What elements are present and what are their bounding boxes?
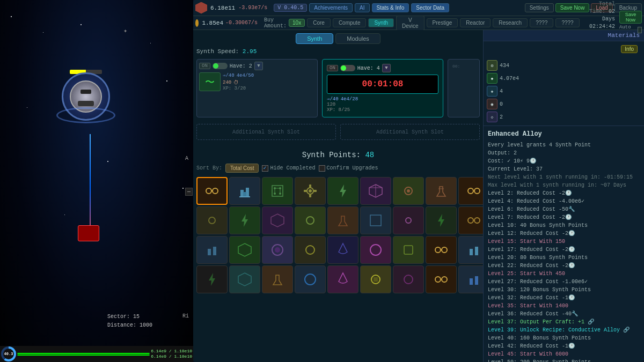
synth-panel: Synth Modules Synth Speed: 2.95 ON Have:… (193, 30, 483, 362)
collapse-button[interactable]: — (185, 188, 193, 196)
svg-point-54 (305, 274, 316, 285)
icon-purple-1[interactable] (262, 236, 293, 264)
slot-2-timer: 120 (327, 102, 438, 107)
icon-chain-4[interactable] (426, 236, 457, 264)
svg-point-30 (209, 217, 215, 224)
distance-label: Distance: 1000 (107, 321, 152, 330)
slot-2-on-badge: ON (327, 65, 338, 71)
svg-rect-50 (470, 249, 473, 255)
icon-blue-2[interactable] (295, 265, 326, 293)
hide-completed-checkbox[interactable] (262, 165, 268, 172)
level-value: 40.3 (3, 349, 14, 359)
icon-teal-1[interactable] (229, 265, 260, 293)
svg-point-29 (474, 188, 480, 194)
icon-olive-1[interactable] (393, 236, 424, 264)
icon-city-4[interactable] (458, 265, 483, 293)
icon-chain-1[interactable] (196, 177, 228, 205)
icon-chain-5[interactable] (426, 265, 457, 293)
slot-2-row2: ⇒/40 4e4/28 (327, 96, 438, 102)
star (80, 24, 82, 25)
main-content: Synth Modules Synth Speed: 2.95 ON Have:… (193, 30, 644, 362)
star (107, 161, 108, 162)
ship-eye (80, 90, 91, 94)
icon-violet-1[interactable] (360, 236, 391, 264)
svg-rect-19 (304, 190, 307, 192)
weapon-item (78, 225, 99, 241)
a-label: A (185, 156, 188, 161)
icon-gear-3[interactable] (393, 206, 424, 234)
bottom-status-bar: 40.3 6.14e9 / 1.10e10 6.14e9 / 1.10e10 (0, 346, 193, 362)
ri-label: Ri (182, 313, 189, 319)
svg-rect-39 (208, 249, 211, 255)
icon-yellow-1[interactable] (360, 265, 391, 293)
svg-point-47 (435, 247, 441, 253)
icon-city-1[interactable] (229, 177, 260, 205)
slot-2-toggle[interactable] (340, 65, 355, 71)
svg-marker-21 (340, 184, 346, 197)
icon-chain-2[interactable] (458, 177, 483, 205)
star (64, 215, 65, 215)
svg-rect-56 (374, 277, 378, 282)
confirm-upgrades-checkbox[interactable] (319, 165, 325, 172)
svg-rect-7 (272, 186, 283, 196)
icon-lightning-2[interactable] (229, 206, 260, 234)
icon-gear-1[interactable] (295, 177, 326, 205)
health-bar-2 (17, 354, 150, 356)
synth-slots: ON Have: 2 ▼ 〜 ⇒/40 (196, 59, 480, 117)
synth-slot-2: ON Have: 4 ▼ 00:01:08 ⇒/40 4e4/28 (322, 59, 443, 117)
icon-cube-2[interactable] (262, 206, 293, 234)
icon-purple-2[interactable] (393, 265, 424, 293)
svg-rect-34 (370, 215, 381, 226)
icon-circuit-2[interactable] (360, 206, 391, 234)
player-ship (54, 64, 118, 129)
slot-2-countdown: 00:01:08 (327, 75, 438, 94)
svg-rect-46 (404, 246, 413, 254)
icon-lightning-3[interactable] (426, 206, 457, 234)
svg-rect-5 (243, 192, 246, 196)
svg-point-33 (306, 217, 314, 224)
icon-flask-1[interactable] (426, 177, 457, 205)
star (11, 16, 12, 17)
star (27, 107, 27, 108)
svg-rect-51 (475, 247, 478, 255)
icon-gold-1[interactable] (295, 236, 326, 264)
slot-2-stat1: ⇒/40 (327, 96, 339, 102)
slot-2-expand[interactable]: ▼ (382, 64, 391, 72)
icon-gear-2[interactable] (196, 206, 228, 234)
icon-magenta-1[interactable] (327, 265, 358, 293)
svg-point-35 (406, 218, 411, 223)
svg-rect-60 (470, 278, 473, 285)
svg-rect-6 (239, 196, 250, 197)
svg-point-43 (275, 247, 280, 253)
svg-point-26 (407, 189, 410, 193)
icon-cube-1[interactable] (360, 177, 391, 205)
right-panel: 6.18e11 -3.93e7/s V 0.40.5 Achievements … (193, 0, 644, 362)
icon-flask-2[interactable] (327, 206, 358, 234)
icon-blue-1[interactable] (327, 236, 358, 264)
icon-cogwheel-1[interactable] (393, 177, 424, 205)
icon-lightning-1[interactable] (327, 177, 358, 205)
svg-marker-31 (241, 214, 248, 227)
icon-circuit-1[interactable] (262, 177, 293, 205)
icon-dark-1[interactable] (196, 265, 228, 293)
icon-chain-3[interactable] (458, 206, 483, 234)
svg-point-58 (435, 277, 441, 282)
svg-point-0 (206, 188, 211, 194)
health-values: 6.14e9 / 1.10e10 6.14e9 / 1.10e10 (151, 349, 192, 360)
svg-point-48 (442, 247, 447, 253)
icon-flask-3[interactable] (262, 265, 293, 293)
icon-city-3[interactable] (458, 236, 483, 264)
svg-rect-40 (213, 247, 216, 255)
slot-2-have-text: Have: 4 (357, 65, 380, 71)
icon-city-2[interactable] (196, 236, 228, 264)
ship-face (78, 101, 94, 106)
svg-rect-61 (475, 276, 478, 285)
space-background: ✦ A Ri — (0, 0, 193, 362)
icon-green-1[interactable] (229, 236, 260, 264)
svg-point-45 (370, 245, 381, 255)
svg-marker-41 (238, 243, 251, 256)
sector-info: Sector: 15 Distance: 1000 (107, 313, 152, 330)
icon-cogwheel-2[interactable] (295, 206, 326, 234)
svg-marker-32 (271, 214, 284, 227)
slot-2-inner: ON Have: 4 ▼ 00:01:08 ⇒/40 4e4/28 (325, 62, 441, 115)
